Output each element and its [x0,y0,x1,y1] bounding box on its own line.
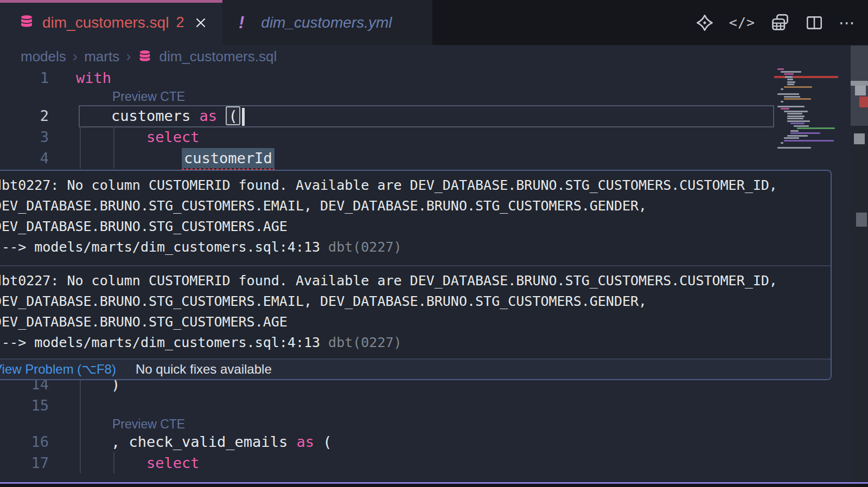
split-editor-icon[interactable] [805,14,824,32]
minimap-line [781,108,789,110]
overview-marker [851,81,868,86]
code-line: 17 select [0,452,868,473]
gutter [0,416,49,431]
error-message-line: dbt0227: No column CUSTOMERID found. Ava… [0,271,821,291]
breadcrumb-item-marts[interactable]: marts [84,48,119,65]
line-number: 1 [0,67,49,88]
minimap-line [781,142,783,144]
matched-bracket: ( [226,106,240,125]
minimap[interactable] [774,68,838,150]
warning-icon: ! [239,13,244,33]
code-line-content[interactable]: select [76,452,200,473]
indent-guide [113,452,114,473]
error-message-line: DEV_DATABASE.BRUNO.STG_CUSTOMERS.EMAIL, … [0,291,821,312]
indent-guide [80,126,81,169]
minimap-line [784,96,800,98]
minimap-line [784,73,794,75]
error-token-customerid: customerId [182,148,275,168]
breadcrumb-item-models[interactable]: models [21,48,66,65]
tab-label: dim_customers.sql [42,14,169,31]
minimap-gap [774,103,838,106]
hover-status-bar: View Problem (⌥F8) No quick fixes availa… [0,358,831,379]
tab-badge: 2 [176,14,184,31]
code-line-content[interactable]: select [76,126,200,148]
gutter [0,88,49,105]
code-line: 2 customers as ( [0,105,868,126]
code-line-content[interactable]: customers as ( [76,105,245,126]
database-icon [137,49,152,64]
minimap-line [777,93,799,95]
line-number: 4 [0,148,49,169]
minimap-line [784,137,799,139]
error-code-ref: dbt(0227) [328,239,401,255]
overview-marker [856,213,867,227]
code-line-content[interactable]: with [76,67,111,88]
overview-marker [855,86,866,95]
more-actions-icon[interactable]: ⋯ [839,13,856,32]
codelens-preview-cte[interactable]: Preview CTE [112,416,185,431]
minimap-line [781,101,783,102]
active-tab-accent-border [0,0,222,3]
code-line: 1with [0,67,868,88]
code-editor-bottom: 14 )15Preview CTE16 , check_valid_emails… [0,374,868,473]
line-number: 15 [0,395,49,416]
minimap-line [790,132,820,134]
dbt-icon[interactable] [695,14,714,32]
copy-table-icon[interactable] [770,13,790,33]
tab-dim-customers-yml[interactable]: ! dim_customers.yml [222,0,432,45]
overview-marker-error [859,97,868,107]
code-line: 15 [0,395,868,416]
error-message-block: dbt0227: No column CUSTOMERID found. Ava… [0,266,831,358]
codelens-preview-cte[interactable]: Preview CTE [112,88,185,105]
minimap-line [787,81,795,83]
minimap-line [790,130,799,132]
text-cursor [242,108,245,126]
error-hover-tooltip: dbt0227: No column CUSTOMERID found. Ava… [0,170,832,380]
error-message-block: dbt0227: No column CUSTOMERID found. Ava… [0,171,831,265]
line-number: 2 [0,105,49,126]
tab-label: dim_customers.yml [261,14,392,31]
breadcrumb: models › marts › dim_customers.sql [21,47,277,66]
minimap-line [784,111,808,112]
code-icon[interactable]: </> [729,15,755,30]
minimap-line [787,120,810,122]
indent-guide [113,126,114,169]
tab-bar: dim_customers.sql 2 ! dim_customers.yml … [0,0,868,45]
code-line: 16 , check_valid_emails as ( [0,431,868,452]
code-line-content[interactable]: customerId [76,148,275,169]
codelens-row: Preview CTE [0,88,868,105]
minimap-line [781,88,783,90]
chevron-right-icon: › [126,48,131,65]
editor-window: dim_customers.sql 2 ! dim_customers.yml … [0,0,868,487]
error-message-line: DEV_DATABASE.BRUNO.STG_CUSTOMERS.AGE [0,216,821,237]
minimap-line [777,106,805,107]
minimap-line [777,147,811,149]
no-quick-fixes-label: No quick fixes available [136,362,272,377]
minimap-line [787,84,794,85]
minimap-line [787,79,793,80]
error-message-line: DEV_DATABASE.BRUNO.STG_CUSTOMERS.EMAIL, … [0,196,821,216]
breadcrumb-item-file[interactable]: dim_customers.sql [159,48,277,65]
error-message-line: DEV_DATABASE.BRUNO.STG_CUSTOMERS.AGE [0,312,821,332]
window-bottom-edge [0,484,868,487]
error-location-line: --> models/marts/dim_customers.sql:4:13 … [0,332,821,353]
codelens-row: Preview CTE [0,416,868,431]
code-editor-top: 1withPreview CTE2 customers as (3 select… [0,67,868,169]
minimap-line [797,127,835,129]
minimap-line [787,118,803,119]
error-code-ref: dbt(0227) [328,335,401,350]
minimap-line [784,140,834,142]
code-line: 4 customerId [0,148,868,169]
minimap-line [777,68,784,70]
database-icon [18,14,35,32]
error-location-line: --> models/marts/dim_customers.sql:4:13 … [0,237,821,258]
minimap-line [781,71,801,73]
view-problem-link[interactable]: View Problem (⌥F8) [0,362,116,377]
minimap-error-line [774,76,838,78]
tab-dim-customers-sql[interactable]: dim_customers.sql 2 [0,0,222,45]
code-line: 3 select [0,126,868,148]
close-icon[interactable] [194,16,208,30]
line-number: 17 [0,452,49,473]
error-message-line: dbt0227: No column CUSTOMERID found. Ava… [0,175,821,196]
code-line-content[interactable]: , check_valid_emails as ( [76,431,331,452]
